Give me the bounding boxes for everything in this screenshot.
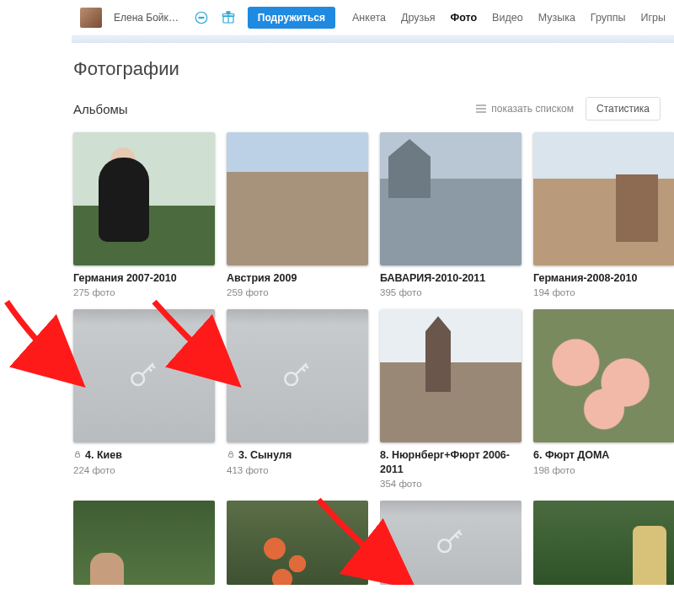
album-thumb[interactable] [380, 309, 522, 442]
message-icon[interactable] [194, 10, 209, 25]
album-thumb[interactable] [227, 132, 368, 265]
album-title-text: 6. Фюрт ДОМА [533, 448, 609, 462]
album-title-text: Германия 2007-2010 [73, 271, 177, 285]
album-title-text: БАВАРИЯ-2010-2011 [380, 271, 485, 285]
album-thumb[interactable] [533, 132, 674, 265]
album-title: Германия 2007-2010 [73, 271, 215, 285]
albums-grid: Германия 2007-2010275 фотоАвстрия 200925… [73, 132, 661, 585]
album-count: 224 фото [73, 465, 215, 475]
nav-friends[interactable]: Друзья [401, 12, 436, 24]
divider-strip [72, 36, 674, 43]
album-title: Австрия 2009 [227, 271, 368, 285]
top-bar: Елена Бойко (Мо... Подружиться Анкета Др… [72, 0, 674, 36]
nav-music[interactable]: Музыка [538, 12, 575, 24]
nav-video[interactable]: Видео [492, 12, 523, 24]
album-thumb[interactable] [380, 132, 522, 265]
album-thumb[interactable] [533, 501, 674, 585]
svg-point-3 [202, 17, 204, 19]
album-card[interactable]: 4. Киев224 фото [73, 309, 215, 489]
album-count: 395 фото [380, 287, 522, 297]
album-card[interactable]: БАВАРИЯ-2010-2011395 фото [380, 132, 522, 297]
section-title: Альбомы [73, 102, 128, 116]
svg-point-6 [131, 373, 144, 386]
svg-rect-9 [229, 454, 233, 458]
album-count: 259 фото [227, 287, 368, 297]
album-card[interactable] [380, 501, 522, 585]
lock-icon [227, 450, 235, 458]
album-card[interactable]: 8. Нюрнберг+Фюрт 2006-2011354 фото [380, 309, 522, 489]
album-title: 4. Киев [73, 448, 215, 462]
nav-games[interactable]: Игры [641, 12, 666, 24]
album-thumb[interactable] [73, 132, 215, 265]
svg-point-10 [438, 539, 451, 552]
album-thumb[interactable] [533, 309, 674, 442]
album-count: 413 фото [227, 465, 368, 475]
show-list-link[interactable]: показать списком [476, 103, 574, 115]
album-count: 275 фото [73, 287, 215, 297]
album-title: 6. Фюрт ДОМА [533, 448, 674, 462]
album-count: 354 фото [380, 479, 522, 489]
album-card[interactable]: 6. Фюрт ДОМА198 фото [533, 309, 674, 489]
add-friend-button[interactable]: Подружиться [248, 7, 335, 29]
album-title-text: 3. Сынуля [238, 448, 292, 462]
album-title-text: 8. Нюрнберг+Фюрт 2006-2011 [380, 448, 522, 476]
page-title: Фотографии [73, 58, 661, 80]
album-thumb[interactable] [227, 501, 368, 585]
key-icon [279, 357, 316, 394]
album-title-text: Австрия 2009 [227, 271, 297, 285]
album-count: 198 фото [533, 465, 674, 475]
album-title: Германия-2008-2010 [533, 271, 674, 285]
nav-photos[interactable]: Фото [451, 12, 478, 24]
album-title: БАВАРИЯ-2010-2011 [380, 271, 522, 285]
album-title: 3. Сынуля [227, 448, 368, 462]
key-icon [126, 357, 163, 394]
album-card[interactable] [227, 501, 368, 585]
album-card[interactable]: Германия-2008-2010194 фото [533, 132, 674, 297]
username[interactable]: Елена Бойко (Мо... [114, 12, 182, 24]
profile-nav: Анкета Друзья Фото Видео Музыка Группы И… [352, 12, 666, 24]
gift-icon[interactable] [221, 10, 236, 25]
avatar[interactable] [80, 8, 102, 28]
album-thumb-locked[interactable] [73, 309, 215, 442]
album-title-text: 4. Киев [85, 448, 122, 462]
svg-rect-7 [76, 454, 80, 458]
album-card[interactable]: 3. Сынуля413 фото [227, 309, 368, 489]
album-card[interactable]: Германия 2007-2010275 фото [73, 132, 215, 297]
album-thumb-locked[interactable] [380, 501, 522, 585]
stats-button[interactable]: Статистика [586, 97, 661, 121]
list-icon [476, 104, 486, 113]
album-card[interactable]: Австрия 2009259 фото [227, 132, 368, 297]
svg-point-1 [199, 17, 201, 19]
album-card[interactable] [73, 501, 215, 585]
album-count: 194 фото [533, 287, 674, 297]
album-thumb-locked[interactable] [227, 309, 368, 442]
svg-point-8 [285, 373, 297, 386]
album-title: 8. Нюрнберг+Фюрт 2006-2011 [380, 448, 522, 476]
show-list-label: показать списком [491, 103, 574, 115]
key-icon [432, 524, 469, 561]
album-thumb[interactable] [73, 501, 215, 585]
lock-icon [73, 450, 82, 458]
nav-groups[interactable]: Группы [591, 12, 626, 24]
nav-profile[interactable]: Анкета [352, 12, 386, 24]
svg-point-2 [201, 17, 202, 19]
album-title-text: Германия-2008-2010 [533, 271, 637, 285]
album-card[interactable] [533, 501, 674, 585]
